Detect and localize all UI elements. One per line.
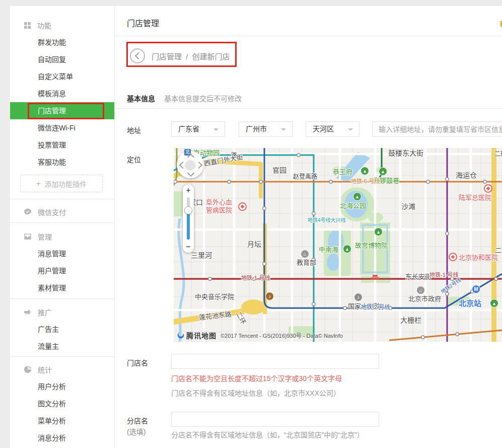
sidebar-section-statistics: 统计 [10, 361, 114, 378]
plus-icon: + [36, 180, 41, 188]
divider [10, 199, 114, 199]
map-attribution: 腾讯地图 ©2017 Tencent - GS(2016)930号 - Data… [177, 330, 343, 340]
sidebar-item-message-mgmt[interactable]: 消息管理 [10, 245, 114, 262]
breadcrumb-separator: / [186, 52, 188, 61]
page-title: 门店管理 [115, 6, 502, 36]
divider [10, 222, 114, 223]
store-name-error: 门店名不能为空且长度不超过15个汉字或30个英文字母 [171, 372, 383, 385]
zoom-handle[interactable] [184, 206, 192, 214]
sidebar-section-features: 功能 [10, 17, 114, 34]
divider [10, 356, 114, 357]
inbox-icon [24, 233, 32, 241]
sidebar-item-user-analysis[interactable]: 用户分析 [10, 378, 114, 395]
sidebar-section-promotion: 推广 [10, 304, 114, 321]
back-button[interactable] [130, 48, 145, 63]
address-row: 地址 广东省 广州市 天河区 [127, 121, 502, 137]
branch-name-hint: 分店名不得含有区域地址信息（如，“北京国贸店”中的“北京”） [171, 430, 379, 440]
sidebar-section-label: 推广 [38, 307, 52, 317]
breadcrumb-text: 门店管理 / 创建新门店 [152, 51, 232, 61]
sidebar: 功能 群发功能 自动回复 自定义菜单 模板消息 门店管理 微信连Wi-Fi 投票… [10, 6, 114, 448]
sidebar-section-label: 管理 [38, 232, 52, 242]
branch-name-row: 分店名 (选填) 分店名不得含有区域地址信息（如，“北京国贸店”中的“北京”） [127, 412, 502, 440]
breadcrumb-current: 创建新门店 [192, 52, 230, 61]
sidebar-item-template-msg[interactable]: 模板消息 [10, 85, 114, 102]
sidebar-item-mass-send[interactable]: 群发功能 [10, 34, 114, 51]
store-name-row: 门店名 门店名不能为空且长度不超过15个汉字或30个英文字母 门店名不得含有区域… [127, 354, 502, 398]
page: { "colors":{"accent_green":"#44b549","an… [0, 0, 502, 448]
sidebar-section-label: 功能 [37, 20, 51, 30]
sidebar-section-wechat-pay[interactable]: 微信支付 [10, 203, 114, 220]
sidebar-item-advertiser[interactable]: 广告主 [10, 321, 114, 338]
sidebar-item-article-analysis[interactable]: 图文分析 [10, 395, 114, 412]
sidebar-item-vote-mgmt[interactable]: 投票管理 [10, 136, 114, 154]
province-select[interactable]: 广东省 [171, 121, 225, 137]
divider [115, 108, 502, 109]
sidebar-item-message-analysis[interactable]: 消息分析 [10, 429, 114, 446]
district-select[interactable]: 天河区 [306, 121, 360, 137]
breadcrumb: 门店管理 / 创建新门店 [115, 36, 502, 70]
sidebar-section-manage: 管理 [10, 228, 114, 245]
sidebar-item-custom-menu[interactable]: 自定义菜单 [10, 68, 114, 85]
breadcrumb-parent[interactable]: 门店管理 [152, 52, 182, 61]
main-content: 门店管理 门店管理 / 创建新门店 基本信息 基本信息提交后不可修改 地址 广东… [115, 6, 502, 448]
section-note: 基本信息提交后不可修改 [164, 93, 242, 103]
map-canvas[interactable]: 北京动物园路西直门外大街官园鼓楼东大街恭王府▲▲南锣鼓巷海运仓地铁-6-号线赵登… [174, 148, 502, 342]
location-label: 定位 [127, 148, 171, 342]
tencent-map-logo: 腾讯地图 [177, 330, 217, 340]
map-pan-control[interactable]: 北 [177, 151, 204, 178]
sidebar-item-auto-reply[interactable]: 自动回复 [10, 51, 114, 68]
wechat-pay-icon [24, 208, 32, 216]
add-plugin-button[interactable]: + 添加功能插件 [20, 175, 103, 192]
branch-optional-label: (选填) [127, 426, 171, 437]
pan-right-icon[interactable] [195, 162, 202, 169]
sidebar-item-customer-service[interactable]: 客服功能 [10, 154, 114, 171]
location-row: 定位 [127, 148, 502, 342]
branch-name-label: 分店名 (选填) [127, 412, 171, 440]
store-name-input[interactable] [171, 354, 379, 369]
zoom-track-fill [187, 210, 190, 240]
basic-info-section-header: 基本信息 基本信息提交后不可修改 [127, 93, 502, 103]
store-name-hint: 门店名不得含有区域地址信息（如，北京市XXX公司） [171, 388, 383, 398]
sidebar-item-user-mgmt[interactable]: 用户管理 [10, 262, 114, 279]
grid-icon [24, 22, 31, 29]
pan-down-icon[interactable] [187, 170, 194, 177]
sidebar-item-material-mgmt[interactable]: 素材管理 [10, 279, 114, 296]
address-label: 地址 [127, 121, 171, 137]
tencent-logo-icon [177, 331, 185, 339]
sidebar-section-label: 微信支付 [38, 207, 66, 217]
city-select[interactable]: 广州市 [239, 121, 293, 137]
map-zoom-slider[interactable]: + − [183, 184, 194, 253]
zoom-in-button[interactable]: + [183, 185, 194, 195]
sidebar-item-store-mgmt[interactable]: 门店管理 [10, 102, 114, 119]
megaphone-icon [24, 308, 32, 316]
zoom-out-button[interactable]: − [183, 242, 194, 252]
map-copyright: ©2017 Tencent - GS(2016)930号 - Data© Nav… [221, 331, 343, 339]
pie-chart-icon [24, 365, 32, 374]
pan-knob[interactable] [185, 160, 195, 170]
sidebar-item-wifi[interactable]: 微信连Wi-Fi [10, 119, 114, 136]
branch-name-input[interactable] [171, 412, 379, 427]
section-title: 基本信息 [127, 93, 155, 103]
sidebar-section-label: 统计 [38, 364, 52, 375]
sidebar-item-traffic-owner[interactable]: 流量主 [10, 338, 114, 355]
map-image [174, 148, 502, 342]
address-detail-input[interactable] [372, 121, 502, 137]
divider [10, 298, 114, 299]
store-name-label: 门店名 [127, 354, 171, 398]
map-interchange [241, 300, 265, 315]
sidebar-item-menu-analysis[interactable]: 菜单分析 [10, 412, 114, 429]
